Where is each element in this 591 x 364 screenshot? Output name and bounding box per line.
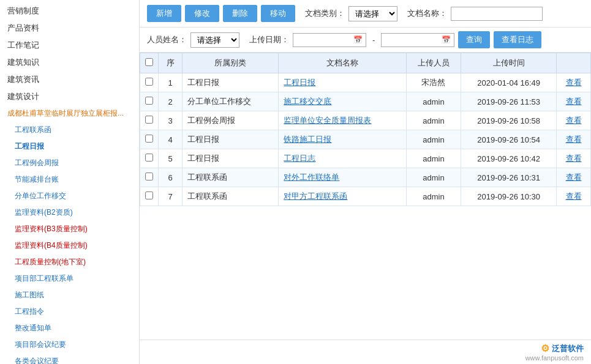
edit-button[interactable]: 修改 xyxy=(185,5,219,22)
row-checkbox-cell xyxy=(140,187,159,206)
doc-type-select[interactable]: 请选择 xyxy=(348,6,397,21)
sidebar: 营销制度 产品资料 工作笔记 建筑知识 建筑资讯 建筑设计 成都杜甫草堂临时展厅… xyxy=(0,0,140,364)
row-uploader: admin xyxy=(406,111,461,130)
sidebar-item-quality-control[interactable]: 工程质量控制(地下室) xyxy=(0,254,139,270)
row-docname[interactable]: 工程日报 xyxy=(279,73,406,92)
row-checkbox-cell xyxy=(140,168,159,187)
footer: ⚙ 泛普软件 www.fanpusoft.com xyxy=(140,340,591,364)
sidebar-item-engineering-daily[interactable]: 工程日报 xyxy=(0,138,139,155)
row-seq: 4 xyxy=(159,130,183,149)
sidebar-item-engineering-contact[interactable]: 工程联系函 xyxy=(0,122,139,138)
doc-name-label: 文档名称： xyxy=(407,8,447,19)
end-date-calendar-icon[interactable]: 📅 xyxy=(442,35,451,44)
row-docname[interactable]: 对外工作联络单 xyxy=(279,168,406,187)
document-table: 序 所属别类 文档名称 上传人员 上传时间 1 工程日报 工程日报 宋浩然 20… xyxy=(140,53,591,206)
doc-name-input[interactable] xyxy=(451,7,543,21)
sidebar-item-sub-handover[interactable]: 分单位工作移交 xyxy=(0,188,139,204)
view-link[interactable]: 查看 xyxy=(566,97,582,106)
row-checkbox[interactable] xyxy=(145,116,153,124)
view-link[interactable]: 查看 xyxy=(566,116,582,125)
row-uploader: admin xyxy=(406,168,461,187)
row-docname[interactable]: 对甲方工程联系函 xyxy=(279,187,406,206)
row-checkbox[interactable] xyxy=(145,191,153,199)
upload-date-label: 上传日期： xyxy=(249,34,289,45)
delete-button[interactable]: 删除 xyxy=(223,5,257,22)
end-date-input[interactable] xyxy=(385,35,440,45)
sidebar-item-arch-design[interactable]: 建筑设计 xyxy=(0,88,139,105)
sidebar-item-marketing[interactable]: 营销制度 xyxy=(0,2,139,20)
row-checkbox[interactable] xyxy=(145,78,153,86)
row-action-cell: 查看 xyxy=(557,187,591,206)
table-body: 1 工程日报 工程日报 宋浩然 2020-01-04 16:49 查看 2 分工… xyxy=(140,73,591,206)
table-wrapper: 序 所属别类 文档名称 上传人员 上传时间 1 工程日报 工程日报 宋浩然 20… xyxy=(140,53,591,340)
sidebar-item-energy-ledger[interactable]: 节能减排台账 xyxy=(0,171,139,188)
header-action xyxy=(557,53,591,73)
row-action-cell: 查看 xyxy=(557,73,591,92)
sidebar-item-project-meeting[interactable]: 项目部会议纪要 xyxy=(0,336,139,353)
header-checkbox-cell xyxy=(140,53,159,73)
view-log-button[interactable]: 查看日志 xyxy=(494,31,541,48)
start-date-input[interactable] xyxy=(297,35,352,45)
sidebar-item-various-meetings[interactable]: 各类会议纪要 xyxy=(0,353,139,364)
row-uploadtime: 2019-09-26 10:30 xyxy=(461,187,557,206)
sidebar-item-construction-drawings[interactable]: 施工图纸 xyxy=(0,287,139,303)
row-seq: 3 xyxy=(159,111,183,130)
header-seq: 序 xyxy=(159,53,183,73)
date-separator: - xyxy=(372,35,375,45)
sidebar-item-rectification-notice[interactable]: 整改通知单 xyxy=(0,320,139,336)
person-select[interactable]: 请选择 xyxy=(190,32,239,48)
row-uploader: admin xyxy=(406,187,461,206)
row-action-cell: 查看 xyxy=(557,92,591,111)
row-docname[interactable]: 铁路施工日报 xyxy=(279,130,406,149)
row-checkbox[interactable] xyxy=(145,135,153,143)
row-docname[interactable]: 施工移交交底 xyxy=(279,92,406,111)
sidebar-item-product[interactable]: 产品资料 xyxy=(0,20,139,37)
sidebar-item-project-contact[interactable]: 项目部工程联系单 xyxy=(0,270,139,287)
add-button[interactable]: 新增 xyxy=(147,5,181,22)
header-category: 所属别类 xyxy=(183,53,279,73)
view-link[interactable]: 查看 xyxy=(566,154,582,163)
sidebar-item-supervision-b4[interactable]: 监理资料(B4质量控制) xyxy=(0,237,139,254)
filter-row: 人员姓名： 请选择 上传日期： 📅 - 📅 查询 查看日志 xyxy=(140,28,591,53)
table-row: 3 工程例会周报 监理单位安全质量周报表 admin 2019-09-26 10… xyxy=(140,111,591,130)
header-docname: 文档名称 xyxy=(279,53,406,73)
sidebar-item-supervision-b3[interactable]: 监理资料(B3质量控制) xyxy=(0,221,139,237)
toolbar: 新增 修改 删除 移动 文档类别： 请选择 文档名称： xyxy=(140,0,591,28)
sidebar-item-project-main[interactable]: 成都杜甫草堂临时展厅独立展柜报... xyxy=(0,105,139,122)
row-checkbox[interactable] xyxy=(145,173,153,180)
sidebar-item-arch-knowledge[interactable]: 建筑知识 xyxy=(0,54,139,71)
move-button[interactable]: 移动 xyxy=(261,5,295,22)
sidebar-item-engineering-weekly[interactable]: 工程例会周报 xyxy=(0,155,139,171)
row-checkbox-cell xyxy=(140,73,159,92)
row-docname[interactable]: 监理单位安全质量周报表 xyxy=(279,111,406,130)
brand-url: www.fanpusoft.com xyxy=(525,354,584,362)
row-seq: 1 xyxy=(159,73,183,92)
sidebar-item-engineering-order[interactable]: 工程指令 xyxy=(0,303,139,320)
sidebar-item-arch-news[interactable]: 建筑资讯 xyxy=(0,71,139,88)
row-uploadtime: 2019-09-26 10:31 xyxy=(461,168,557,187)
row-uploadtime: 2020-01-04 16:49 xyxy=(461,73,557,92)
view-link[interactable]: 查看 xyxy=(566,135,582,144)
row-category: 工程联系函 xyxy=(183,187,279,206)
sidebar-item-supervision-b2[interactable]: 监理资料(B2资质) xyxy=(0,204,139,221)
row-checkbox[interactable] xyxy=(145,97,153,105)
table-row: 6 工程联系函 对外工作联络单 admin 2019-09-26 10:31 查… xyxy=(140,168,591,187)
row-docname[interactable]: 工程日志 xyxy=(279,149,406,168)
start-date-calendar-icon[interactable]: 📅 xyxy=(353,35,363,44)
row-uploadtime: 2019-09-26 11:53 xyxy=(461,92,557,111)
row-uploadtime: 2019-09-26 10:42 xyxy=(461,149,557,168)
view-link[interactable]: 查看 xyxy=(566,173,582,182)
row-checkbox[interactable] xyxy=(145,154,153,162)
query-button[interactable]: 查询 xyxy=(458,31,490,48)
select-all-checkbox[interactable] xyxy=(145,58,153,66)
sidebar-item-notes[interactable]: 工作笔记 xyxy=(0,37,139,54)
row-uploader: 宋浩然 xyxy=(406,73,461,92)
table-row: 7 工程联系函 对甲方工程联系函 admin 2019-09-26 10:30 … xyxy=(140,187,591,206)
row-seq: 2 xyxy=(159,92,183,111)
table-row: 1 工程日报 工程日报 宋浩然 2020-01-04 16:49 查看 xyxy=(140,73,591,92)
view-link[interactable]: 查看 xyxy=(566,191,582,201)
view-link[interactable]: 查看 xyxy=(566,78,582,87)
start-date-input-wrapper: 📅 xyxy=(293,33,366,47)
brand-name: 泛普软件 xyxy=(552,343,584,354)
header-uploader: 上传人员 xyxy=(406,53,461,73)
